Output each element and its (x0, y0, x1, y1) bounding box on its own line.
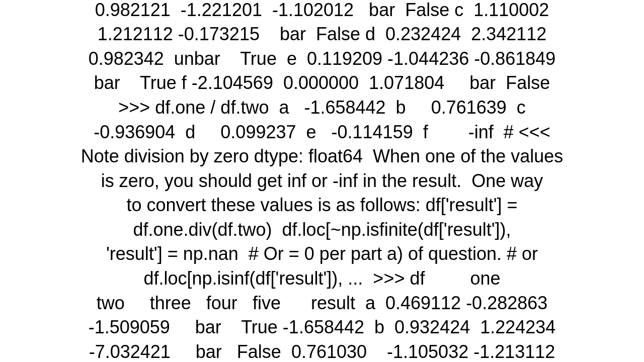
code-output-block: 0.982121 -1.221201 -1.102012 bar False c… (10, 0, 634, 362)
line-5: >>> df.one / df.two a -1.658442 b 0.7616… (10, 96, 634, 120)
line-11: 'result'] = np.nan # Or = 0 per part a) … (10, 242, 634, 266)
line-14: -1.509059 bar True -1.658442 b 0.932424 … (10, 315, 634, 340)
word-three: three (150, 293, 191, 313)
line-2: 1.212112 -0.173215 bar False d 0.232424 … (10, 22, 634, 47)
line-4: bar True f -2.104569 0.000000 1.071804 b… (10, 71, 634, 96)
line-13: two three four five result a 0.469112 -0… (10, 291, 634, 316)
word-four: four (206, 293, 237, 313)
line-3: 0.982342 unbar True e 0.119209 -1.044236… (10, 47, 634, 71)
line-9: to convert these values is as follows: d… (10, 193, 634, 218)
line-1: 0.982121 -1.221201 -1.102012 bar False c… (10, 0, 634, 22)
line-15: -7.032421 bar False 0.761030 -1.105032 -… (10, 340, 634, 362)
line-8: is zero, you should get inf or -inf in t… (10, 169, 634, 194)
main-content: 0.982121 -1.221201 -1.102012 bar False c… (0, 0, 644, 362)
line-6: -0.936904 d 0.099237 e -0.114159 f -inf … (10, 120, 634, 145)
line-12: df.loc[np.isinf(df['result']), ... >>> d… (10, 266, 634, 291)
line-10: df.one.div(df.two) df.loc[~np.isfinite(d… (10, 218, 634, 242)
line-7: Note division by zero dtype: float64 Whe… (10, 144, 634, 169)
